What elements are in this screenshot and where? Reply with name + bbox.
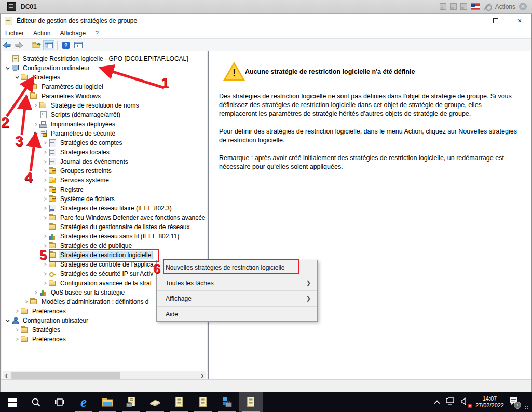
forward-icon[interactable] (13, 40, 25, 50)
menu-action[interactable]: Action (29, 28, 55, 38)
context-menu-item-3[interactable]: Aide (157, 307, 317, 321)
taskbar-internet-explorer-icon[interactable]: e (72, 392, 96, 412)
scrollbar-thumb[interactable] (11, 372, 120, 379)
tree-item-4[interactable]: Paramètres Windows (2, 91, 207, 101)
taskbar-start-icon[interactable] (0, 392, 24, 412)
menu-fichier[interactable]: Fichier (1, 28, 29, 38)
tree-item-19[interactable]: Stratégies de réseau sans fil (IEEE 802.… (2, 232, 207, 241)
taskbar-book-icon[interactable] (143, 392, 167, 412)
network-icon[interactable] (445, 397, 456, 407)
chevron-right-icon[interactable] (42, 177, 49, 184)
chevron-right-icon[interactable] (42, 205, 49, 212)
folder-icon (49, 242, 57, 249)
chevron-right-icon[interactable] (42, 195, 49, 203)
tree-item-1[interactable]: Configuration ordinateur (2, 63, 207, 73)
folder-icon (49, 214, 57, 221)
warning-icon: ! (223, 62, 245, 82)
gpo-editor-window: Éditeur de gestion des stratégies de gro… (0, 14, 532, 392)
vm-window-button-1[interactable] (440, 3, 446, 10)
scripts-icon (39, 111, 47, 118)
tree-item-9[interactable]: Stratégies de comptes (2, 138, 207, 148)
menu-?[interactable]: ? (90, 28, 103, 38)
menu-affichage[interactable]: Affichage (55, 28, 90, 38)
close-button[interactable]: × (508, 14, 531, 28)
chevron-down-icon[interactable] (4, 317, 11, 324)
taskbar-mmc-console-2-icon[interactable] (191, 392, 215, 412)
taskbar-gpo-editor-icon[interactable] (239, 392, 263, 412)
scroll-left-icon[interactable]: ❮ (3, 371, 10, 379)
notification-center-icon[interactable]: 1 (509, 397, 519, 407)
chevron-right-icon[interactable] (23, 298, 30, 305)
tree-item-12[interactable]: Groupes restreints (2, 166, 207, 176)
taskbar-server-manager-icon[interactable] (215, 392, 239, 412)
chevron-right-icon[interactable] (13, 308, 21, 315)
console-tree-toggle-icon[interactable] (43, 40, 54, 50)
help-icon[interactable]: ? (60, 40, 72, 50)
tree-item-label: Stratégies du gestionnaire de listes de … (59, 223, 192, 231)
annotation-box-menu-item (163, 259, 299, 274)
taskbar-mmc-console-1-icon[interactable] (167, 392, 191, 412)
vm-settings-gear-icon[interactable] (484, 3, 492, 10)
tree-item-30[interactable]: Préférences (2, 335, 207, 344)
chevron-down-icon[interactable] (13, 74, 21, 81)
chevron-right-icon[interactable] (32, 102, 39, 109)
tree-item-3[interactable]: Paramètres du logiciel (2, 82, 207, 91)
chevron-down-icon[interactable] (4, 64, 11, 72)
minimize-button[interactable] (460, 14, 484, 28)
vm-window-button-3[interactable] (460, 3, 467, 10)
chevron-right-icon[interactable] (42, 233, 49, 240)
chevron-right-icon[interactable] (13, 336, 21, 343)
chevron-right-icon[interactable] (32, 289, 39, 296)
tree-item-29[interactable]: Stratégies (2, 325, 207, 335)
clock[interactable]: 14:07 27/02/2022 (475, 395, 504, 409)
back-icon[interactable] (1, 40, 12, 50)
volume-muted-icon[interactable]: x (461, 397, 470, 407)
tree-item-2[interactable]: Stratégies (2, 73, 207, 82)
chevron-right-icon[interactable] (42, 149, 49, 156)
tree-item-10[interactable]: Stratégies locales (2, 148, 207, 157)
export-list-folder-icon[interactable] (31, 40, 42, 50)
chevron-right-icon[interactable] (23, 83, 30, 90)
taskbar-gpmc-console-icon[interactable] (119, 392, 143, 412)
tree-item-17[interactable]: Pare-feu Windows Defender avec fonctions… (2, 213, 207, 222)
tree-item-5[interactable]: Stratégie de résolution de noms (2, 101, 207, 110)
chevron-right-icon[interactable] (42, 186, 49, 193)
tree-item-16[interactable]: Stratégies de réseau filaire (IEEE 802.3… (2, 204, 207, 213)
chevron-right-icon[interactable] (32, 121, 39, 128)
restore-button[interactable] (484, 14, 508, 28)
tree-item-label: Stratégie de résolution de noms (49, 101, 140, 110)
chevron-right-icon[interactable] (42, 167, 49, 175)
chevron-right-icon[interactable] (42, 214, 49, 221)
new-window-icon[interactable] (73, 40, 84, 50)
chevron-right-icon[interactable] (42, 139, 49, 147)
chevron-down-icon[interactable] (32, 130, 39, 137)
screen: DC01 Actions ✕ Éditeur de gestion des st… (0, 0, 532, 412)
tree-item-14[interactable]: Registre (2, 185, 207, 194)
tree-item-13[interactable]: Services système (2, 176, 207, 185)
chevron-right-icon[interactable] (42, 270, 49, 277)
tree-item-0[interactable]: Stratégie Restriction logicelle - GPO [D… (2, 54, 207, 63)
chevron-right-icon[interactable] (42, 158, 49, 165)
taskbar-search-icon[interactable] (24, 392, 48, 412)
vm-window-button-2[interactable] (450, 3, 457, 10)
tree-item-6[interactable]: Scripts (démarrage/arrêt) (2, 110, 207, 119)
tree-item-7[interactable]: Imprimantes déployées (2, 119, 207, 129)
tree-item-11[interactable]: Journal des événements (2, 157, 207, 166)
tree-horizontal-scrollbar[interactable]: ❮ ❯ (3, 371, 206, 379)
scroll-right-icon[interactable]: ❯ (198, 371, 206, 379)
chevron-down-icon[interactable] (23, 92, 30, 100)
taskbar-task-view-icon[interactable] (48, 392, 72, 412)
tree-item-18[interactable]: Stratégies du gestionnaire de listes de … (2, 222, 207, 232)
chevron-right-icon[interactable] (42, 280, 49, 287)
vm-close-icon[interactable]: ✕ (519, 3, 527, 10)
details-paragraph-3: Remarque : après avoir créé initialement… (219, 154, 519, 171)
keyboard-layout-flag-icon[interactable] (471, 3, 480, 10)
vm-actions-label[interactable]: Actions (495, 3, 515, 10)
tray-overflow-chevron-icon[interactable] (434, 398, 440, 406)
taskbar-file-explorer-icon[interactable] (96, 392, 119, 412)
tree-item-8[interactable]: Paramètres de sécurité (2, 129, 207, 138)
tree-item-15[interactable]: Système de fichiers (2, 194, 207, 204)
context-menu-item-1[interactable]: Toutes les tâches❯ (157, 276, 317, 290)
context-menu-item-2[interactable]: Affichage❯ (157, 291, 317, 305)
chevron-right-icon[interactable] (13, 326, 21, 334)
